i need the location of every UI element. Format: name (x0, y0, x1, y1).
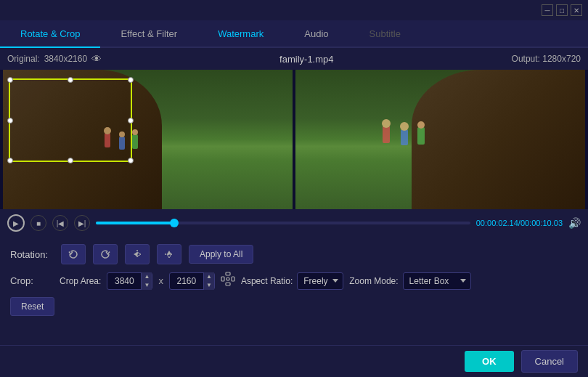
zoom-mode-label: Zoom Mode: (349, 276, 398, 286)
next-frame-button[interactable]: ▶| (74, 215, 90, 231)
crop-label: Crop: (10, 275, 54, 286)
times-symbol: x (158, 275, 163, 286)
crop-height-input[interactable]: 2160 (170, 276, 203, 286)
flip-horizontal-button[interactable] (125, 244, 150, 264)
crop-height-spinners: ▲ ▼ (203, 272, 214, 290)
svg-rect-10 (417, 127, 425, 145)
close-button[interactable]: ✕ (571, 4, 582, 16)
bottom-bar: OK Cancel (0, 345, 588, 377)
crop-handle-tc[interactable] (68, 77, 73, 83)
prev-frame-button[interactable]: |◀ (52, 215, 68, 231)
crop-handle-ml[interactable] (7, 118, 13, 123)
eye-icon[interactable]: 👁 (91, 53, 102, 65)
tab-rotate-crop[interactable]: Rotate & Crop (0, 20, 100, 48)
reset-button[interactable]: Reset (10, 297, 54, 316)
progress-bar[interactable] (96, 222, 470, 224)
play-button[interactable]: ▶ (7, 214, 25, 232)
video-preview-original (3, 70, 293, 209)
crop-overlay[interactable] (9, 78, 132, 162)
ok-button[interactable]: OK (465, 351, 514, 372)
crop-handle-tr[interactable] (128, 77, 134, 83)
apply-to-all-button[interactable]: Apply to All (189, 245, 253, 264)
svg-point-16 (226, 277, 229, 280)
reset-row: Reset (10, 297, 578, 316)
svg-point-5 (132, 129, 138, 135)
svg-rect-6 (383, 126, 390, 143)
svg-point-11 (417, 121, 425, 129)
tab-bar: Rotate & Crop Effect & Filter Watermark … (0, 20, 588, 48)
progress-thumb[interactable] (170, 219, 179, 227)
crop-height-up[interactable]: ▲ (204, 272, 214, 281)
original-resolution: 3840x2160 (44, 54, 87, 64)
video-area (0, 70, 588, 209)
minimize-button[interactable]: ─ (542, 4, 553, 16)
rotate-ccw-button[interactable] (61, 244, 86, 264)
svg-rect-15 (226, 283, 230, 285)
svg-point-9 (400, 122, 409, 131)
rotation-label: Rotation: (10, 249, 54, 260)
output-resolution: Output: 1280x720 (512, 54, 581, 64)
aspect-ratio-group: Aspect Ratio: Freely 16:9 4:3 1:1 (241, 272, 343, 290)
flip-vertical-button[interactable] (157, 244, 181, 264)
tab-subtitle: Subtitle (349, 20, 421, 48)
progress-fill (96, 222, 174, 224)
cancel-button[interactable]: Cancel (521, 350, 578, 373)
crop-width-down[interactable]: ▼ (142, 281, 152, 290)
crop-handle-br[interactable] (128, 158, 134, 163)
svg-rect-12 (221, 277, 224, 281)
crop-handle-mr[interactable] (128, 118, 134, 123)
maximize-button[interactable]: □ (556, 4, 568, 16)
rotate-cw-button[interactable] (93, 244, 118, 264)
svg-rect-13 (232, 277, 234, 281)
crop-height-down[interactable]: ▼ (204, 281, 214, 290)
crop-row: Crop: Crop Area: 3840 ▲ ▼ x 2160 ▲ ▼ (10, 272, 578, 290)
controls-panel: Rotation: (0, 237, 588, 323)
svg-point-7 (382, 119, 391, 128)
aspect-ratio-label: Aspect Ratio: (241, 276, 293, 286)
svg-rect-8 (401, 129, 408, 145)
original-label: Original: (7, 54, 40, 64)
svg-rect-4 (132, 134, 138, 149)
zoom-mode-group: Zoom Mode: Letter Box Pan & Scan Full (349, 272, 470, 290)
filename: family-1.mp4 (279, 54, 333, 65)
zoom-mode-select[interactable]: Letter Box Pan & Scan Full (403, 272, 471, 290)
crop-width-input[interactable]: 3840 (107, 276, 141, 286)
title-bar: ─ □ ✕ (0, 0, 588, 20)
crop-width-input-group: 3840 ▲ ▼ (107, 272, 152, 290)
playback-bar: ▶ ■ |◀ ▶| 00:00:02.14/00:00:10.03 🔊 (0, 209, 588, 237)
crop-center-icon[interactable] (221, 272, 235, 290)
tab-effect-filter[interactable]: Effect & Filter (100, 20, 197, 48)
stop-button[interactable]: ■ (30, 215, 46, 231)
time-display: 00:00:02.14/00:00:10.03 (476, 219, 563, 227)
crop-height-input-group: 2160 ▲ ▼ (169, 272, 215, 290)
crop-width-up[interactable]: ▲ (142, 272, 152, 281)
video-preview-output (295, 70, 585, 209)
crop-handle-bl[interactable] (7, 158, 13, 163)
aspect-ratio-select[interactable]: Freely 16:9 4:3 1:1 (297, 272, 343, 290)
tab-watermark[interactable]: Watermark (197, 20, 284, 48)
svg-rect-14 (226, 272, 230, 275)
crop-area-label: Crop Area: (60, 276, 101, 286)
crop-handle-bc[interactable] (68, 158, 73, 163)
volume-icon[interactable]: 🔊 (568, 217, 581, 229)
crop-handle-tl[interactable] (7, 77, 13, 83)
video-header: Original: 3840x2160 👁 family-1.mp4 Outpu… (0, 48, 588, 70)
crop-width-spinners: ▲ ▼ (141, 272, 152, 290)
tab-audio[interactable]: Audio (284, 20, 348, 48)
rotation-row: Rotation: (10, 244, 578, 264)
